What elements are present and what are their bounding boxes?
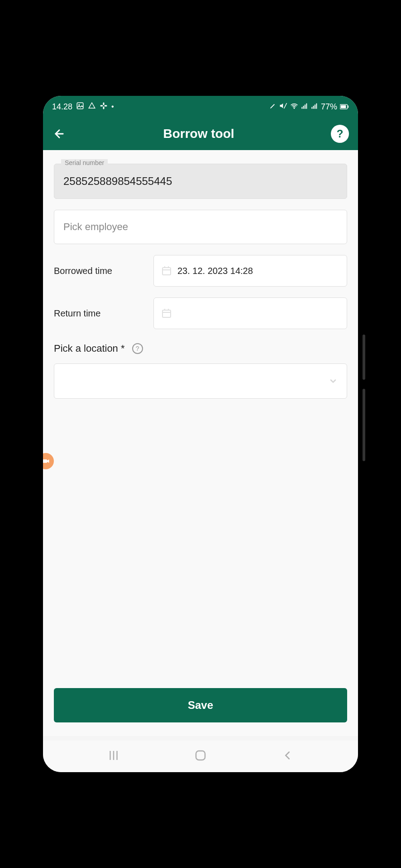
svg-rect-15 [316, 104, 317, 109]
navigation-bar [43, 741, 358, 772]
nav-back-button[interactable] [281, 749, 294, 764]
svg-rect-11 [306, 104, 307, 109]
chevron-left-icon [281, 749, 294, 762]
recents-icon [107, 749, 120, 762]
location-select[interactable] [54, 363, 347, 399]
svg-rect-31 [196, 751, 205, 760]
signal-icon [301, 102, 308, 111]
calendar-icon [161, 265, 172, 276]
status-bar-left: 14.28 • [52, 102, 114, 112]
home-icon [194, 749, 207, 762]
info-icon[interactable]: ? [132, 343, 143, 354]
svg-rect-10 [305, 104, 306, 108]
gallery-icon [76, 102, 84, 112]
location-label-row: Pick a location * ? [54, 343, 347, 354]
svg-point-1 [78, 104, 80, 105]
return-time-input[interactable] [153, 297, 347, 329]
serial-number-input[interactable]: 258525889854555445 [54, 164, 347, 199]
svg-rect-3 [103, 107, 105, 109]
svg-rect-27 [43, 459, 47, 463]
svg-rect-13 [313, 106, 314, 109]
slack-icon [100, 102, 108, 112]
serial-number-label: Serial number [61, 159, 108, 166]
signal-icon [311, 102, 318, 111]
phone-side-button [363, 335, 365, 380]
employee-field: Pick employee [54, 210, 347, 244]
triangle-icon [88, 102, 96, 112]
phone-side-button [363, 389, 365, 461]
svg-rect-17 [341, 105, 346, 108]
borrowed-time-row: Borrowed time 23. 12. 2023 14:28 [54, 255, 347, 287]
return-time-row: Return time [54, 297, 347, 329]
svg-rect-19 [162, 268, 171, 275]
svg-point-7 [294, 108, 295, 109]
app-header: Borrow tool ? [43, 118, 358, 150]
help-button[interactable]: ? [331, 125, 349, 143]
phone-screen: 14.28 • [43, 96, 358, 772]
mute-icon [279, 102, 287, 112]
borrowed-time-value: 23. 12. 2023 14:28 [177, 266, 253, 276]
form-content: Serial number 258525889854555445 Pick em… [43, 150, 358, 736]
svg-line-6 [284, 103, 286, 108]
camera-icon [43, 457, 50, 465]
dot-icon: • [111, 103, 114, 111]
svg-rect-12 [311, 107, 312, 109]
page-title: Borrow tool [67, 127, 331, 141]
borrowed-time-input[interactable]: 23. 12. 2023 14:28 [153, 255, 347, 287]
status-bar-right: 77% [269, 102, 349, 112]
status-time: 14.28 [52, 102, 72, 112]
svg-rect-9 [303, 106, 304, 109]
svg-rect-14 [315, 104, 315, 108]
battery-icon [340, 104, 349, 110]
phone-frame: 14.28 • [38, 90, 363, 778]
wifi-icon [290, 102, 298, 112]
svg-rect-23 [162, 310, 171, 317]
employee-input[interactable]: Pick employee [54, 210, 347, 244]
serial-number-field: Serial number 258525889854555445 [54, 164, 347, 199]
back-button[interactable] [52, 127, 67, 141]
recents-button[interactable] [107, 749, 120, 764]
svg-rect-18 [348, 106, 349, 108]
calendar-icon [161, 308, 172, 319]
home-button[interactable] [194, 749, 207, 764]
save-button[interactable]: Save [54, 688, 347, 722]
borrowed-time-label: Borrowed time [54, 266, 144, 276]
battery-percent: 77% [321, 102, 337, 112]
location-label: Pick a location * [54, 343, 125, 354]
svg-rect-2 [103, 103, 105, 105]
question-icon: ? [337, 127, 344, 140]
status-bar: 14.28 • [43, 96, 358, 118]
svg-rect-5 [105, 105, 107, 107]
chevron-down-icon [329, 377, 338, 386]
return-time-label: Return time [54, 308, 144, 319]
svg-rect-4 [100, 105, 103, 107]
pen-icon [269, 102, 277, 111]
svg-rect-8 [301, 107, 302, 109]
